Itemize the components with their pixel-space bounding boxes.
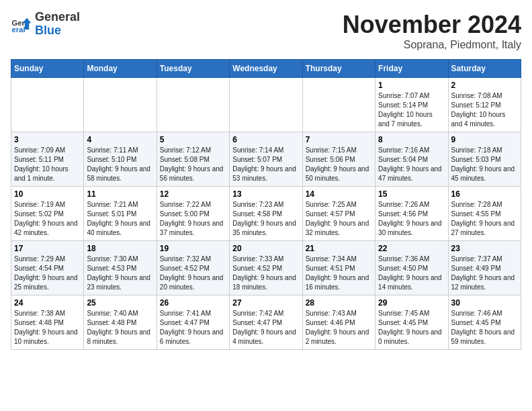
day-info: Sunrise: 7:11 AM Sunset: 5:10 PM Dayligh… (87, 146, 153, 183)
day-number: 18 (87, 244, 153, 253)
day-info: Sunrise: 7:08 AM Sunset: 5:12 PM Dayligh… (451, 91, 518, 129)
day-info: Sunrise: 7:12 AM Sunset: 5:08 PM Dayligh… (160, 146, 226, 183)
weekday-header: Friday (375, 60, 448, 78)
day-number: 15 (378, 189, 445, 199)
day-info: Sunrise: 7:42 AM Sunset: 4:47 PM Dayligh… (232, 309, 299, 347)
calendar-cell: 1Sunrise: 7:07 AM Sunset: 5:14 PM Daylig… (375, 78, 448, 132)
day-number: 27 (232, 298, 299, 308)
calendar-cell: 23Sunrise: 7:37 AM Sunset: 4:49 PM Dayli… (448, 241, 521, 295)
day-number: 11 (87, 189, 153, 199)
calendar-table: SundayMondayTuesdayWednesdayThursdayFrid… (11, 59, 521, 350)
calendar-cell: 17Sunrise: 7:29 AM Sunset: 4:54 PM Dayli… (11, 241, 84, 295)
month-title: November 2024 (343, 11, 521, 39)
calendar-cell: 22Sunrise: 7:36 AM Sunset: 4:50 PM Dayli… (375, 241, 448, 295)
calendar-cell (11, 78, 84, 132)
day-info: Sunrise: 7:32 AM Sunset: 4:52 PM Dayligh… (160, 255, 226, 292)
day-number: 10 (14, 189, 81, 199)
location-subtitle: Soprana, Piedmont, Italy (343, 39, 521, 51)
calendar-cell: 27Sunrise: 7:42 AM Sunset: 4:47 PM Dayli… (230, 295, 302, 350)
weekday-header: Saturday (448, 60, 521, 78)
day-number: 17 (14, 244, 81, 253)
day-number: 5 (160, 135, 226, 144)
calendar-cell: 10Sunrise: 7:19 AM Sunset: 5:02 PM Dayli… (11, 187, 84, 241)
weekday-header: Monday (84, 60, 157, 78)
day-info: Sunrise: 7:33 AM Sunset: 4:52 PM Dayligh… (232, 255, 299, 292)
day-number: 16 (451, 189, 518, 199)
day-info: Sunrise: 7:07 AM Sunset: 5:14 PM Dayligh… (378, 91, 445, 129)
calendar-cell: 5Sunrise: 7:12 AM Sunset: 5:08 PM Daylig… (157, 132, 229, 187)
calendar-cell: 2Sunrise: 7:08 AM Sunset: 5:12 PM Daylig… (448, 78, 521, 132)
day-info: Sunrise: 7:18 AM Sunset: 5:03 PM Dayligh… (451, 146, 518, 183)
day-info: Sunrise: 7:43 AM Sunset: 4:46 PM Dayligh… (306, 309, 372, 347)
logo-general-text: General (35, 10, 80, 24)
day-info: Sunrise: 7:41 AM Sunset: 4:47 PM Dayligh… (160, 309, 226, 347)
calendar-row: 17Sunrise: 7:29 AM Sunset: 4:54 PM Dayli… (11, 241, 521, 295)
calendar-cell: 28Sunrise: 7:43 AM Sunset: 4:46 PM Dayli… (302, 295, 375, 350)
svg-text:eral: eral (12, 26, 26, 34)
calendar-header-row: SundayMondayTuesdayWednesdayThursdayFrid… (11, 60, 521, 78)
day-number: 8 (378, 135, 445, 144)
day-info: Sunrise: 7:16 AM Sunset: 5:04 PM Dayligh… (378, 146, 445, 183)
day-number: 22 (378, 244, 445, 253)
day-number: 13 (232, 189, 299, 199)
day-info: Sunrise: 7:09 AM Sunset: 5:11 PM Dayligh… (14, 146, 81, 183)
day-number: 4 (87, 135, 153, 144)
day-number: 14 (306, 189, 372, 199)
day-number: 23 (451, 244, 518, 253)
calendar-cell: 12Sunrise: 7:22 AM Sunset: 5:00 PM Dayli… (157, 187, 229, 241)
day-info: Sunrise: 7:26 AM Sunset: 4:56 PM Dayligh… (378, 200, 445, 238)
calendar-cell: 13Sunrise: 7:23 AM Sunset: 4:58 PM Dayli… (230, 187, 302, 241)
calendar-cell: 3Sunrise: 7:09 AM Sunset: 5:11 PM Daylig… (11, 132, 84, 187)
calendar-cell: 14Sunrise: 7:25 AM Sunset: 4:57 PM Dayli… (302, 187, 375, 241)
calendar-row: 10Sunrise: 7:19 AM Sunset: 5:02 PM Dayli… (11, 187, 521, 241)
calendar-cell: 8Sunrise: 7:16 AM Sunset: 5:04 PM Daylig… (375, 132, 448, 187)
day-number: 12 (160, 189, 226, 199)
calendar-cell (302, 78, 375, 132)
day-number: 25 (87, 298, 153, 308)
day-info: Sunrise: 7:36 AM Sunset: 4:50 PM Dayligh… (378, 255, 445, 292)
day-info: Sunrise: 7:28 AM Sunset: 4:55 PM Dayligh… (451, 200, 518, 238)
calendar-cell (157, 78, 229, 132)
calendar-cell: 26Sunrise: 7:41 AM Sunset: 4:47 PM Dayli… (157, 295, 229, 350)
page-header: Gen eral General Blue November 2024 Sopr… (11, 11, 521, 51)
logo-icon: Gen eral (11, 13, 32, 35)
day-info: Sunrise: 7:29 AM Sunset: 4:54 PM Dayligh… (14, 255, 81, 292)
day-number: 9 (451, 135, 518, 144)
calendar-row: 1Sunrise: 7:07 AM Sunset: 5:14 PM Daylig… (11, 78, 521, 132)
day-info: Sunrise: 7:37 AM Sunset: 4:49 PM Dayligh… (451, 255, 518, 292)
day-info: Sunrise: 7:38 AM Sunset: 4:48 PM Dayligh… (14, 309, 81, 347)
calendar-cell: 18Sunrise: 7:30 AM Sunset: 4:53 PM Dayli… (84, 241, 157, 295)
calendar-cell: 7Sunrise: 7:15 AM Sunset: 5:06 PM Daylig… (302, 132, 375, 187)
calendar-cell: 25Sunrise: 7:40 AM Sunset: 4:48 PM Dayli… (84, 295, 157, 350)
calendar-cell: 9Sunrise: 7:18 AM Sunset: 5:03 PM Daylig… (448, 132, 521, 187)
calendar-cell: 15Sunrise: 7:26 AM Sunset: 4:56 PM Dayli… (375, 187, 448, 241)
calendar-cell: 19Sunrise: 7:32 AM Sunset: 4:52 PM Dayli… (157, 241, 229, 295)
day-info: Sunrise: 7:30 AM Sunset: 4:53 PM Dayligh… (87, 255, 153, 292)
day-number: 26 (160, 298, 226, 308)
day-number: 2 (451, 81, 518, 90)
calendar-cell: 6Sunrise: 7:14 AM Sunset: 5:07 PM Daylig… (230, 132, 302, 187)
day-number: 20 (232, 244, 299, 253)
calendar-row: 24Sunrise: 7:38 AM Sunset: 4:48 PM Dayli… (11, 295, 521, 350)
day-info: Sunrise: 7:46 AM Sunset: 4:45 PM Dayligh… (451, 309, 518, 347)
day-number: 21 (306, 244, 372, 253)
calendar-cell: 16Sunrise: 7:28 AM Sunset: 4:55 PM Dayli… (448, 187, 521, 241)
calendar-cell: 30Sunrise: 7:46 AM Sunset: 4:45 PM Dayli… (448, 295, 521, 350)
day-info: Sunrise: 7:40 AM Sunset: 4:48 PM Dayligh… (87, 309, 153, 347)
calendar-row: 3Sunrise: 7:09 AM Sunset: 5:11 PM Daylig… (11, 132, 521, 187)
day-number: 3 (14, 135, 81, 144)
calendar-cell (84, 78, 157, 132)
title-section: November 2024 Soprana, Piedmont, Italy (343, 11, 521, 51)
day-info: Sunrise: 7:21 AM Sunset: 5:01 PM Dayligh… (87, 200, 153, 238)
day-info: Sunrise: 7:45 AM Sunset: 4:45 PM Dayligh… (378, 309, 445, 347)
day-number: 6 (232, 135, 299, 144)
logo-blue-text: Blue (35, 24, 61, 37)
day-number: 24 (14, 298, 81, 308)
day-number: 19 (160, 244, 226, 253)
calendar-cell: 20Sunrise: 7:33 AM Sunset: 4:52 PM Dayli… (230, 241, 302, 295)
day-info: Sunrise: 7:19 AM Sunset: 5:02 PM Dayligh… (14, 200, 81, 238)
weekday-header: Tuesday (157, 60, 229, 78)
calendar-cell: 11Sunrise: 7:21 AM Sunset: 5:01 PM Dayli… (84, 187, 157, 241)
day-number: 1 (378, 81, 445, 90)
calendar-cell: 4Sunrise: 7:11 AM Sunset: 5:10 PM Daylig… (84, 132, 157, 187)
